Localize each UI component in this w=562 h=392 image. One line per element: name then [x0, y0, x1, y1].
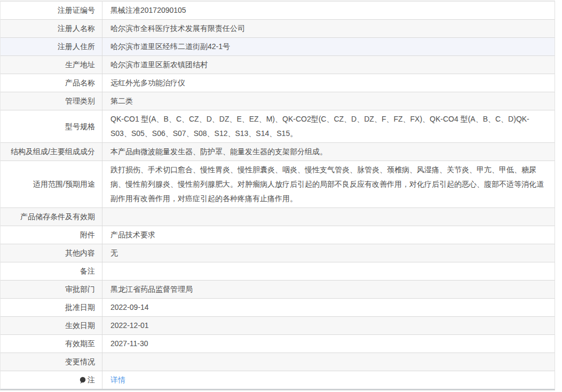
table-row-note: 注 详情 — [1, 371, 555, 389]
table-row: 适用范围/预期用途 跌打损伤、手术切口愈合、慢性胃炎、慢性胆囊炎、咽炎、慢性支气… — [1, 161, 555, 208]
row-value: 哈尔滨市全科医疗技术发展有限责任公司 — [102, 20, 555, 37]
table-row: 注册证编号 黑械注准20172090105 — [1, 2, 555, 20]
row-value: 跌打损伤、手术切口愈合、慢性胃炎、慢性胆囊炎、咽炎、慢性支气管炎、脉管炎、颈椎病… — [102, 161, 555, 207]
table-row: 其他内容 无 — [1, 244, 555, 262]
table-row: 审批部门 黑龙江省药品监督管理局 — [1, 281, 555, 299]
row-label: 管理类别 — [1, 92, 102, 110]
row-label: 注册人住所 — [1, 38, 102, 55]
row-label: 型号规格 — [1, 110, 102, 142]
row-value: 哈尔滨市道里区经纬二道街副42-1号 — [102, 38, 555, 55]
row-label: 有效期至 — [1, 335, 102, 353]
table-row: 备注 — [1, 262, 555, 281]
row-label: 适用范围/预期用途 — [1, 161, 102, 207]
row-value: 2027-11-30 — [102, 335, 555, 353]
row-label: 产品名称 — [1, 74, 102, 92]
lightbulb-icon — [79, 377, 86, 385]
row-value: 2022-12-01 — [102, 317, 555, 334]
row-value: 第二类 — [102, 92, 555, 110]
table-row: 管理类别 第二类 — [1, 92, 555, 110]
table-row: 产品储存条件及有效期 — [1, 208, 555, 226]
table-row: 生产地址 哈尔滨市道里区新农镇团结村 — [1, 56, 555, 74]
row-label: 审批部门 — [1, 281, 102, 298]
table-row: 注册人名称 哈尔滨市全科医疗技术发展有限责任公司 — [1, 20, 555, 38]
row-value — [102, 208, 555, 226]
row-label: 生产地址 — [1, 56, 102, 74]
table-row: 产品名称 远红外光多功能治疗仪 — [1, 74, 555, 92]
table-row-highlighted: 注册人住所 哈尔滨市道里区经纬二道街副42-1号 — [1, 38, 555, 56]
row-label: 变更情况 — [1, 353, 102, 371]
row-value: 远红外光多功能治疗仪 — [102, 74, 555, 92]
row-value: 黑龙江省药品监督管理局 — [102, 281, 555, 298]
table-row: 附件 产品技术要求 — [1, 226, 555, 244]
row-label: 生效日期 — [1, 317, 102, 334]
row-label: 其他内容 — [1, 244, 102, 262]
row-label: 附件 — [1, 226, 102, 244]
row-value: 详情 — [102, 371, 555, 389]
row-value: 2022-09-14 — [102, 299, 555, 316]
row-value: 本产品由微波能量发生器、防护罩、能量发生器的支架部分组成。 — [102, 143, 555, 161]
table-row: 有效期至 2027-11-30 — [1, 335, 555, 353]
row-label: 批准日期 — [1, 299, 102, 316]
row-value: QK-CO1 型(A、B、C、CZ、D、DZ、E、EZ、M)、QK-CO2型(C… — [102, 110, 555, 142]
registration-detail-page: 注册证编号 黑械注准20172090105 注册人名称 哈尔滨市全科医疗技术发展… — [0, 0, 562, 392]
row-value — [102, 262, 555, 280]
row-value: 无 — [102, 244, 555, 262]
row-value: 哈尔滨市道里区新农镇团结村 — [102, 56, 555, 74]
row-value — [102, 353, 555, 371]
row-label: 注 — [1, 371, 102, 389]
note-label: 注 — [88, 373, 95, 387]
registration-detail-table: 注册证编号 黑械注准20172090105 注册人名称 哈尔滨市全科医疗技术发展… — [0, 1, 555, 390]
detail-link[interactable]: 详情 — [110, 373, 125, 387]
row-label: 注册证编号 — [1, 2, 102, 19]
table-row: 型号规格 QK-CO1 型(A、B、C、CZ、D、DZ、E、EZ、M)、QK-C… — [1, 110, 555, 143]
row-label: 注册人名称 — [1, 20, 102, 37]
table-row: 批准日期 2022-09-14 — [1, 299, 555, 317]
table-row: 生效日期 2022-12-01 — [1, 317, 555, 335]
table-row: 变更情况 — [1, 353, 555, 371]
table-row: 结构及组成/主要组成成分 本产品由微波能量发生器、防护罩、能量发生器的支架部分组… — [1, 143, 555, 161]
row-label: 备注 — [1, 262, 102, 280]
row-label: 产品储存条件及有效期 — [1, 208, 102, 226]
row-label: 结构及组成/主要组成成分 — [1, 143, 102, 161]
row-value: 产品技术要求 — [102, 226, 555, 244]
row-value: 黑械注准20172090105 — [102, 2, 555, 19]
